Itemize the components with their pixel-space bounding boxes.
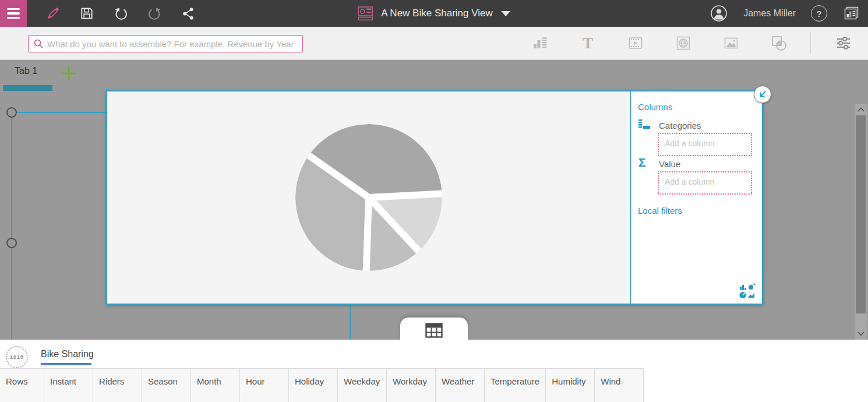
categories-icon — [638, 119, 650, 130]
image-icon — [723, 35, 739, 51]
pencil-icon — [45, 6, 61, 21]
undo-icon — [113, 6, 129, 22]
categories-dropzone[interactable]: Add a column — [658, 133, 752, 156]
chevron-down-icon — [858, 332, 865, 336]
hamburger-menu-button[interactable] — [0, 0, 27, 27]
help-button[interactable]: ? — [811, 5, 827, 22]
alignment-guide-horizontal — [12, 112, 106, 113]
data-column-chip[interactable]: Weekday — [338, 368, 387, 402]
add-media-button[interactable] — [627, 34, 644, 52]
add-webpage-button[interactable] — [675, 34, 692, 52]
redo-button[interactable] — [146, 5, 163, 22]
search-box — [28, 35, 303, 52]
data-tray-toggle[interactable] — [400, 318, 468, 340]
add-tab-button[interactable] — [60, 65, 77, 83]
data-grid-icon — [425, 323, 443, 338]
data-column-chip[interactable]: Humidity — [546, 368, 595, 402]
chevron-up-icon — [858, 107, 865, 112]
topbar-right-actions: James Miller ? — [710, 4, 868, 23]
guide-handle-top[interactable] — [6, 107, 17, 118]
user-menu-button[interactable] — [710, 4, 728, 23]
toolbar-divider — [810, 32, 811, 54]
data-column-chip[interactable]: Instant — [44, 368, 93, 402]
data-column-chip[interactable]: Season — [142, 368, 191, 402]
add-shapes-button[interactable] — [770, 34, 788, 52]
plus-icon — [61, 65, 77, 82]
sliders-icon — [835, 35, 852, 51]
add-text-button[interactable]: T — [579, 34, 597, 52]
alignment-guide-vertical — [11, 112, 12, 340]
undo-button[interactable] — [112, 5, 129, 22]
dataset-tab[interactable]: Bike Sharing — [41, 349, 94, 359]
redo-icon — [147, 6, 163, 22]
edit-pencil-button[interactable] — [44, 5, 62, 22]
guide-handle-bottom[interactable] — [6, 238, 17, 248]
view-title-menu[interactable]: A New Bike Sharing View — [358, 0, 510, 27]
categories-label: Categories — [659, 121, 701, 131]
search-input[interactable] — [47, 39, 298, 49]
search-icon — [33, 38, 44, 49]
webpage-icon — [675, 35, 691, 51]
share-button[interactable] — [179, 5, 197, 22]
arrow-down-left-icon — [758, 90, 767, 99]
insert-tools: T — [531, 27, 852, 59]
data-column-chip[interactable]: Riders — [93, 368, 142, 402]
sigma-icon: Σ — [638, 156, 646, 170]
tab-1[interactable]: Tab 1 — [15, 66, 37, 76]
data-column-chip[interactable]: Workday — [387, 368, 436, 402]
scroll-up-button[interactable] — [855, 105, 867, 114]
visualization-area[interactable] — [107, 91, 630, 304]
data-column-chip[interactable]: Temperature — [485, 368, 546, 402]
data-column-chip[interactable]: Hour — [240, 368, 289, 402]
local-filters-link[interactable]: Local filters — [638, 206, 682, 216]
save-button[interactable] — [78, 5, 96, 22]
canvas[interactable]: Tab 1 — [0, 60, 868, 340]
data-column-chip[interactable]: Weather — [436, 368, 485, 402]
columns-header: Columns — [638, 102, 672, 112]
alignment-guide-vertical-2 — [350, 305, 351, 340]
topbar: A New Bike Sharing View James Miller ? — [0, 0, 868, 27]
data-tray: 1010 Bike Sharing RowsInstantRidersSeaso… — [0, 340, 868, 402]
shapes-icon — [770, 34, 788, 52]
add-visualization-button[interactable] — [531, 34, 549, 52]
visualization-icon — [532, 35, 548, 51]
view-icon — [358, 6, 373, 20]
value-dropzone[interactable]: Add a column — [658, 171, 752, 195]
avatar-icon — [710, 5, 728, 22]
data-column-chip[interactable]: Wind — [595, 368, 644, 402]
data-column-chips: RowsInstantRidersSeasonMonthHourHolidayW… — [0, 368, 644, 402]
data-column-chip[interactable]: Holiday — [289, 368, 338, 402]
user-name: James Miller — [743, 8, 796, 19]
change-visualization-icon[interactable] — [739, 283, 756, 299]
value-label: Value — [659, 159, 680, 169]
collapse-panel-button[interactable] — [754, 86, 771, 103]
data-column-chip[interactable]: Month — [191, 368, 240, 402]
data-column-chip[interactable]: Rows — [0, 368, 44, 402]
media-icon — [627, 35, 644, 51]
add-image-button[interactable] — [722, 34, 740, 52]
help-icon: ? — [816, 9, 821, 19]
save-icon — [79, 6, 94, 21]
collection-button[interactable] — [842, 5, 860, 22]
filters-button[interactable] — [835, 34, 852, 52]
active-tab-indicator — [3, 85, 52, 91]
assemble-toolbar: T — [0, 27, 868, 60]
visualization-widget[interactable]: Columns Categories Add a column Σ Value … — [106, 90, 763, 305]
scroll-down-button[interactable] — [855, 329, 867, 338]
columns-panel: Columns Categories Add a column Σ Value … — [630, 91, 762, 304]
canvas-scrollbar[interactable] — [855, 104, 867, 340]
scrollbar-thumb[interactable] — [856, 115, 866, 313]
share-icon — [181, 6, 196, 21]
text-icon: T — [583, 35, 594, 51]
app-root: A New Bike Sharing View James Miller ? — [0, 0, 868, 402]
view-title: A New Bike Sharing View — [381, 8, 493, 19]
dataset-icon[interactable]: 1010 — [6, 346, 28, 368]
topbar-left-actions — [44, 5, 197, 22]
chevron-down-icon — [501, 11, 510, 16]
collection-icon — [843, 6, 859, 22]
hamburger-icon — [7, 8, 20, 10]
dataset-active-indicator — [41, 363, 91, 365]
pie-chart-placeholder — [294, 122, 444, 273]
